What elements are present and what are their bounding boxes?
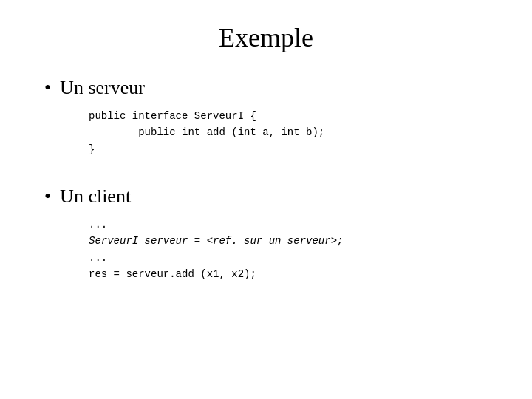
- section-client: • Un client ... ServeurI serveur = <ref.…: [44, 184, 488, 294]
- bullet-dot-client: •: [44, 184, 51, 209]
- section-serveur: • Un serveur public interface ServeurI {…: [44, 75, 488, 169]
- code-line-serveur-1: public interface ServeurI {: [89, 108, 488, 124]
- bullet-serveur: • Un serveur: [44, 75, 488, 100]
- bullet-dot-serveur: •: [44, 75, 51, 100]
- bullet-text-client: Un client: [60, 184, 131, 209]
- slide: Exemple • Un serveur public interface Se…: [0, 0, 532, 399]
- slide-title: Exemple: [44, 22, 488, 53]
- code-line-client-1: ...: [89, 216, 488, 233]
- code-line-serveur-2: public int add (int a, int b);: [89, 124, 488, 140]
- code-line-client-4: res = serveur.add (x1, x2);: [89, 266, 488, 282]
- code-line-client-2: ServeurI serveur = <ref. sur un serveur>…: [89, 233, 488, 249]
- bullet-text-serveur: Un serveur: [60, 75, 145, 100]
- code-line-serveur-3: }: [89, 141, 488, 157]
- code-block-client: ... ServeurI serveur = <ref. sur un serv…: [89, 216, 488, 283]
- code-block-serveur: public interface ServeurI { public int a…: [89, 108, 488, 157]
- code-line-client-3: ...: [89, 250, 488, 266]
- bullet-client: • Un client: [44, 184, 488, 209]
